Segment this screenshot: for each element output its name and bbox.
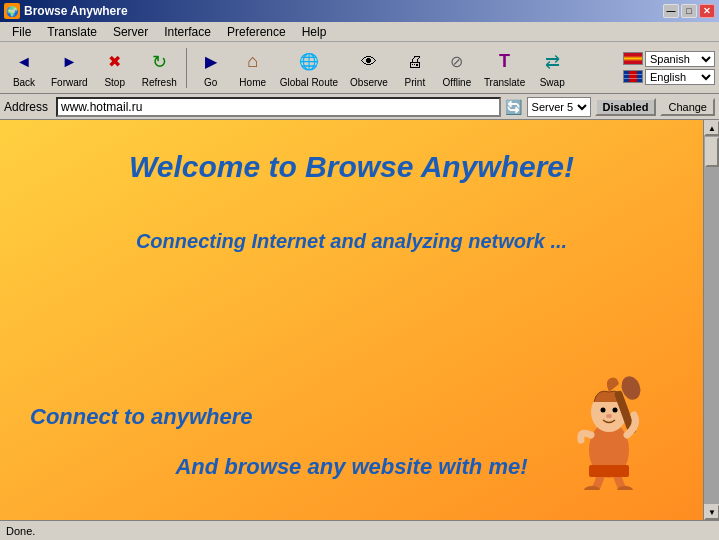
print-icon: [401, 48, 429, 76]
print-label: Print: [405, 77, 426, 88]
english-flag: [623, 70, 643, 83]
translate-icon: [491, 48, 519, 76]
spanish-flag: [623, 52, 643, 65]
swap-label: Swap: [540, 77, 565, 88]
address-input[interactable]: [56, 97, 501, 117]
content-area: Welcome to Browse Anywhere! Connecting I…: [0, 120, 719, 520]
menu-help[interactable]: Help: [294, 23, 335, 41]
menu-preference[interactable]: Preference: [219, 23, 294, 41]
go-icon: [197, 48, 225, 76]
svg-point-3: [613, 408, 618, 413]
title-bar: 🌍 Browse Anywhere — □ ✕: [0, 0, 719, 22]
vertical-scrollbar: ▲ ▼: [703, 120, 719, 520]
status-bar: Done.: [0, 520, 719, 540]
scroll-up-arrow[interactable]: ▲: [704, 120, 719, 136]
target-language-select[interactable]: English Spanish French: [645, 69, 715, 85]
go-label: Go: [204, 77, 217, 88]
scroll-track[interactable]: [704, 136, 719, 504]
go-button[interactable]: Go: [191, 45, 231, 91]
language-selector: Spanish English French English Spanish F…: [623, 51, 715, 85]
menu-file[interactable]: File: [4, 23, 39, 41]
stop-label: Stop: [104, 77, 125, 88]
toolbar: Back Forward Stop Refresh Go Home Global…: [0, 42, 719, 94]
refresh-icon: [145, 48, 173, 76]
forward-button[interactable]: Forward: [46, 45, 93, 91]
observe-label: Observe: [350, 77, 388, 88]
window-controls: — □ ✕: [663, 4, 715, 18]
source-language-select[interactable]: Spanish English French: [645, 51, 715, 67]
global-route-button[interactable]: Global Route: [275, 45, 343, 91]
swap-icon: [538, 48, 566, 76]
stop-icon: [101, 48, 129, 76]
connecting-text: Connecting Internet and analyzing networ…: [0, 230, 703, 253]
svg-point-2: [601, 408, 606, 413]
target-language-row: English Spanish French: [623, 69, 715, 85]
menu-bar: File Translate Server Interface Preferen…: [0, 22, 719, 42]
home-icon: [239, 48, 267, 76]
offline-icon: [443, 48, 471, 76]
global-label: Global Route: [280, 77, 338, 88]
forward-icon: [55, 48, 83, 76]
refresh-label: Refresh: [142, 77, 177, 88]
address-icon[interactable]: 🔄: [505, 98, 523, 116]
disabled-badge: Disabled: [595, 98, 657, 116]
home-button[interactable]: Home: [233, 45, 273, 91]
server-select[interactable]: Server 5 Server 1 Server 2 Server 3 Serv…: [527, 97, 591, 117]
back-button[interactable]: Back: [4, 45, 44, 91]
menu-translate[interactable]: Translate: [39, 23, 105, 41]
offline-label: Offline: [443, 77, 472, 88]
maximize-button[interactable]: □: [681, 4, 697, 18]
change-button[interactable]: Change: [660, 98, 715, 116]
observe-icon: [355, 48, 383, 76]
back-icon: [10, 48, 38, 76]
connect-anywhere-text: Connect to anywhere: [30, 404, 252, 430]
observe-button[interactable]: Observe: [345, 45, 393, 91]
status-text: Done.: [6, 525, 35, 537]
toolbar-divider-1: [186, 48, 187, 88]
menu-interface[interactable]: Interface: [156, 23, 219, 41]
refresh-button[interactable]: Refresh: [137, 45, 182, 91]
swap-button[interactable]: Swap: [532, 45, 572, 91]
svg-point-4: [606, 414, 612, 418]
browse-text: And browse any website with me!: [0, 454, 703, 480]
back-label: Back: [13, 77, 35, 88]
global-icon: [295, 48, 323, 76]
menu-server[interactable]: Server: [105, 23, 156, 41]
minimize-button[interactable]: —: [663, 4, 679, 18]
forward-label: Forward: [51, 77, 88, 88]
app-title: Browse Anywhere: [24, 4, 663, 18]
source-language-row: Spanish English French: [623, 51, 715, 67]
stop-button[interactable]: Stop: [95, 45, 135, 91]
scroll-down-arrow[interactable]: ▼: [704, 504, 719, 520]
close-button[interactable]: ✕: [699, 4, 715, 18]
home-label: Home: [239, 77, 266, 88]
address-label: Address: [4, 100, 52, 114]
translate-label: Translate: [484, 77, 525, 88]
print-button[interactable]: Print: [395, 45, 435, 91]
translate-button[interactable]: Translate: [479, 45, 530, 91]
welcome-heading: Welcome to Browse Anywhere!: [0, 150, 703, 184]
address-bar: Address 🔄 Server 5 Server 1 Server 2 Ser…: [0, 94, 719, 120]
app-icon: 🌍: [4, 3, 20, 19]
scroll-thumb[interactable]: [705, 137, 719, 167]
offline-button[interactable]: Offline: [437, 45, 477, 91]
